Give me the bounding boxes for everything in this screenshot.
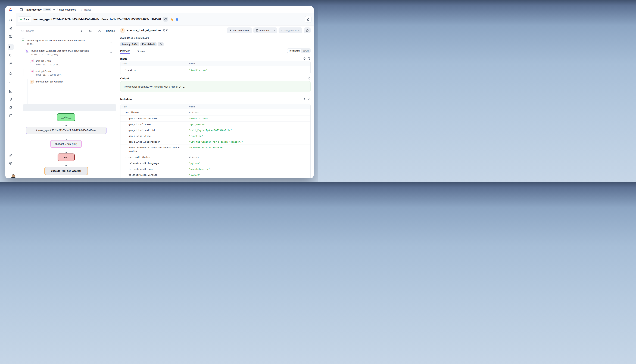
format-formatted-option[interactable]: Formatted — [287, 49, 301, 53]
display-settings-icon[interactable] — [89, 30, 92, 32]
format-json-option[interactable]: JSON — [301, 50, 310, 52]
trace-title: invoke_agent 232de211-7fcf-45c8-b415-6af… — [34, 18, 161, 21]
comment-bubble-icon — [306, 29, 309, 32]
output-box: The weather in Seattle, WA is sunny with… — [120, 81, 311, 92]
latency-badge: Latency: 0.00s — [120, 42, 139, 46]
tree-selected-row-highlight — [23, 104, 116, 111]
globe-public-icon[interactable] — [175, 18, 178, 21]
chevron-down-icon[interactable] — [110, 41, 112, 44]
trace-tree-icon — [20, 18, 23, 21]
playground-terminal-icon[interactable] — [9, 80, 13, 84]
graph-edge — [66, 121, 66, 126]
format-toggle: Formatted JSON — [287, 48, 311, 53]
dashboard-icon[interactable] — [9, 35, 13, 38]
top-bar: langfuse-dev Team / docs-examples / Trac… — [5, 6, 314, 13]
evaluation-icon[interactable] — [9, 90, 13, 93]
graph-divider — [16, 107, 117, 107]
info-icon[interactable] — [158, 42, 164, 46]
comments-button[interactable] — [304, 28, 311, 34]
copy-icon[interactable] — [308, 57, 311, 60]
graph-node-agent[interactable]: invoke_agent 232de211-7fcf-45c8-b415-6af… — [26, 126, 107, 134]
metadata-table: Path Value attributes 6 items gen_ai.ope… — [120, 104, 311, 178]
column-header-path: Path — [123, 62, 127, 65]
output-text: The weather in Seattle, WA is sunny with… — [123, 85, 185, 88]
copy-icon[interactable] — [308, 77, 311, 80]
chevron-down-icon[interactable] — [77, 8, 80, 11]
project-name[interactable]: docs-examples — [59, 8, 76, 11]
metadata-group-row[interactable]: resourceAttributes 4 items — [120, 154, 310, 160]
home-icon[interactable] — [9, 26, 13, 30]
add-to-datasets-button[interactable]: Add to datasets — [227, 28, 252, 34]
fold-all-icon[interactable] — [80, 30, 83, 32]
metadata-row[interactable]: gen_ai.tool.call.id "call_PsylzxTpQh4i0O… — [120, 127, 310, 133]
tree-toolbar: Timeline — [16, 26, 117, 36]
star-bookmark-icon[interactable] — [170, 18, 173, 21]
metadata-group-row[interactable]: attributes 6 items — [120, 110, 310, 116]
metadata-row-clipped[interactable] — [120, 178, 310, 178]
chevron-down-icon[interactable] — [110, 51, 112, 54]
graph-node-start[interactable]: __start__ — [57, 114, 75, 121]
copy-id-button[interactable]: ID — [163, 29, 168, 32]
expand-section-icon[interactable] — [303, 57, 306, 60]
support-lifebuoy-icon[interactable] — [9, 162, 13, 165]
langfuse-logo — [5, 8, 16, 12]
search-icon — [21, 30, 24, 32]
trace-type-badge[interactable]: Trace — [18, 16, 31, 22]
tree-search-input[interactable] — [26, 30, 53, 32]
metadata-row[interactable]: telemetry.sdk.name "opentelemetry" — [120, 166, 310, 172]
observation-title: execute_tool get_weather — [127, 29, 161, 32]
pen-icon — [256, 29, 258, 32]
observation-detail-panel: execute_tool get_weather ID Add to datas… — [117, 26, 314, 178]
graph-node-tool-selected[interactable]: execute_tool get_weather — [44, 167, 88, 175]
chevron-down-icon[interactable] — [122, 156, 124, 158]
input-row[interactable]: location "Seattle, WA" — [120, 66, 310, 74]
tracing-icon[interactable] — [8, 44, 14, 50]
chevron-down-icon[interactable] — [122, 111, 124, 113]
download-icon[interactable] — [98, 30, 101, 32]
org-name[interactable]: langfuse-dev — [27, 8, 42, 11]
copy-icon[interactable] — [308, 98, 311, 100]
wrench-tool-icon — [120, 28, 124, 32]
chevron-down-icon[interactable] — [53, 8, 55, 11]
prompts-file-code-icon[interactable] — [9, 72, 13, 76]
chevron-down-icon — [298, 29, 300, 32]
sidebar-toggle-icon[interactable] — [20, 8, 23, 11]
breadcrumb-traces-link[interactable]: Traces — [84, 8, 91, 11]
delete-trace-button[interactable] — [305, 16, 311, 23]
timeline-toggle[interactable]: Timeline — [106, 30, 115, 32]
suggestions-lightbulb-icon[interactable] — [9, 98, 13, 101]
metadata-row[interactable]: gen_ai.operation.name "execute_tool" — [120, 116, 310, 122]
sessions-clock-icon[interactable] — [9, 54, 13, 57]
metadata-row[interactable]: telemetry.sdk.version "1.36.0" — [120, 172, 310, 178]
metadata-row[interactable]: gen_ai.tool.description "Get the weather… — [120, 139, 310, 145]
metadata-row[interactable]: agent_framework.function.invocation.dura… — [120, 145, 310, 154]
metadata-section-heading: Metadata — [120, 98, 132, 100]
annotate-button[interactable]: Annotate — [253, 28, 277, 34]
observation-timestamp: 2025-10-16 14:20:36.996 — [120, 36, 149, 39]
tab-preview[interactable]: Preview — [120, 48, 130, 54]
metadata-row[interactable]: telemetry.sdk.language "python" — [120, 160, 310, 166]
breadcrumb-separator: / — [81, 8, 82, 11]
tag-icon[interactable] — [163, 17, 168, 22]
annotate-dropdown-chevron[interactable] — [272, 28, 277, 34]
tree-connector — [27, 79, 28, 107]
search-icon[interactable] — [9, 19, 13, 22]
playground-button[interactable]: Playground — [279, 28, 302, 34]
terminal-icon — [281, 29, 283, 32]
graph-edge — [66, 134, 66, 140]
column-header-value: Value — [189, 105, 195, 108]
output-section-heading: Output — [120, 77, 129, 80]
trace-header: Trace invoke_agent 232de211-7fcf-45c8-b4… — [16, 13, 314, 26]
column-header-path: Path — [123, 105, 127, 108]
metadata-row[interactable]: gen_ai.tool.type "function" — [120, 133, 310, 139]
settings-gear-icon[interactable] — [9, 154, 13, 157]
graph-node-chat[interactable]: chat gpt-5-mini (2/2) — [50, 140, 82, 148]
expand-section-icon[interactable] — [303, 98, 306, 100]
metadata-row[interactable]: gen_ai.tool.name "get_weather" — [120, 122, 310, 127]
datasets-database-icon[interactable] — [9, 114, 13, 118]
graph-node-end[interactable]: __end__ — [58, 154, 75, 161]
users-icon[interactable] — [9, 62, 13, 65]
annotation-queues-icon[interactable] — [9, 106, 13, 110]
detail-tabs: Preview Scores Formatted JSON — [117, 48, 314, 54]
tab-scores[interactable]: Scores — [137, 48, 145, 54]
